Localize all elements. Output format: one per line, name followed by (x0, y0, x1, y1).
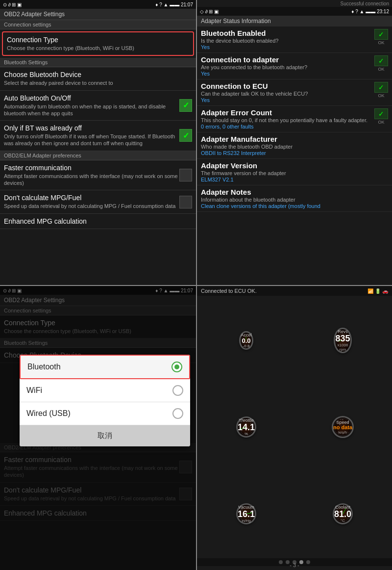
speed-unit: km/h (333, 430, 352, 435)
gauges-grid: Accel 0.0 -0.8 (197, 296, 392, 558)
option-usb-radio[interactable] (172, 408, 183, 419)
option-wifi[interactable]: WiFi (20, 379, 190, 402)
conn-ecu-value: Yes (201, 97, 374, 103)
manufacturer-title: Adapter Manufacturer (201, 135, 388, 143)
vacuum-unit: in/Hg (238, 518, 255, 523)
only-bt-title: Only if BT was already off (4, 124, 179, 132)
dot-2 (286, 560, 290, 564)
no-mpg-checkbox[interactable] (179, 196, 192, 208)
adapter-header: Adapter Status Information (197, 16, 392, 26)
gauge-coolant: 40 60 80 100 120 -40 Coolant 81.0 °C (333, 503, 353, 524)
accel-sub: -0.8 (241, 344, 251, 348)
gauge-vacuum-inner: Vacuum 16.1 in/Hg (238, 505, 255, 523)
version-row: Adapter Version The firmware version of … (197, 159, 392, 185)
notes-row: Adapter Notes Information about the blue… (197, 185, 392, 212)
bottom-left-panel: ⊙ ∂ ⊞ ▣ ♦ ? ▲ ▬▬ 21:07 OBD2 Adapter Sett… (0, 285, 196, 570)
conn-adapter-desc: Are you connected to the bluetooth adapt… (201, 64, 374, 70)
option-usb-label: Wired (USB) (26, 409, 71, 418)
connection-type-title: Connection Type (7, 36, 189, 44)
notes-title: Adapter Notes (201, 188, 388, 196)
option-bluetooth-radio[interactable] (172, 362, 182, 372)
dot-1 (279, 560, 283, 564)
dialog-cancel-button[interactable]: 取消 (20, 425, 190, 446)
throttle-unit: % (238, 432, 255, 436)
conn-adapter-check: OK (374, 55, 388, 72)
only-bt-row[interactable]: Only if BT was already off Only turns on… (0, 121, 196, 151)
dash-status-bar: Connected to ECU OK. 📶 🔋 🚗 (197, 286, 392, 296)
faster-comm-title: Faster communication (4, 164, 179, 172)
vacuum-value: 16.1 (238, 510, 255, 518)
speed-value: no data (333, 425, 352, 430)
tl-section2: Bluetooth Settings (0, 58, 196, 67)
bt-enabled-row: Bluetooth Enabled Is the device bluetoot… (197, 26, 392, 53)
gauge-accel: Accel 0.0 -0.8 (239, 331, 253, 350)
only-bt-checkbox[interactable] (179, 129, 192, 142)
connection-type-desc: Choose the connection type (Bluetooth, W… (7, 45, 189, 52)
option-bluetooth[interactable]: Bluetooth (20, 355, 190, 379)
no-mpg-row[interactable]: Don't calculate MPG/Fuel Speed up data r… (0, 190, 196, 213)
bt-enabled-value: Yes (201, 44, 374, 50)
no-mpg-desc: Speed up data retrieval by not calculati… (4, 203, 179, 209)
auto-bt-checkbox[interactable] (179, 99, 192, 112)
version-value: ELM327 V2.1 (201, 177, 388, 182)
dot-4 (299, 560, 303, 564)
error-count-check: OK (374, 108, 388, 125)
speed-label: Speed (333, 420, 352, 425)
option-bluetooth-label: Bluetooth (27, 363, 61, 371)
bt-enabled-check: OK (374, 29, 388, 45)
gauge-throttle-inner: Throttle 14.1 % (238, 418, 255, 436)
status-left-icons: ⊙ ∂ ⊞ ▣ (3, 2, 22, 7)
top-left-panel: ⊙ ∂ ⊞ ▣ ♦ ? ▲ ▬▬ ♦ ? ▲ ▬▬ 21:0721:07 OBD… (0, 0, 196, 285)
option-wifi-radio[interactable] (172, 385, 183, 396)
faster-comm-checkbox[interactable] (179, 169, 192, 181)
status-left-tr: ◇ ∂ ⊞ ▣ (200, 9, 219, 14)
auto-bt-desc: Automatically turn bluetooth on when the… (4, 103, 179, 117)
enhanced-mpg-title: Enhanced MPG calculation (4, 217, 192, 225)
notes-desc: Information about the bluetooth adapter (201, 197, 388, 203)
enhanced-mpg-row[interactable]: Enhanced MPG calculation (0, 214, 196, 229)
tl-section3: OBD2/ELM Adapter preferences (0, 151, 196, 160)
gauge-accel-inner: Accel 0.0 -0.8 (241, 333, 251, 348)
no-mpg-title: Don't calculate MPG/Fuel (4, 194, 179, 202)
choose-bt-desc: Select the already paired device to conn… (4, 79, 192, 86)
coolant-unit: °C (334, 518, 351, 523)
manufacturer-value: OBDII to RS232 Interpreter (201, 150, 388, 156)
conn-adapter-title: Connection to adapter (201, 55, 374, 64)
version-title: Adapter Version (201, 161, 388, 170)
gauge-revs-inner: Revs 835 x1000rpm (335, 329, 350, 352)
notes-value: Clean clone versions of this adapter (mo… (201, 203, 388, 209)
option-usb[interactable]: Wired (USB) (20, 402, 190, 425)
auto-bt-row[interactable]: Auto Bluetooth On/Off Automatically turn… (0, 91, 196, 121)
manufacturer-row: Adapter Manufacturer Who made the blueto… (197, 132, 392, 159)
error-count-title: Adapter Error Count (201, 108, 374, 117)
choose-bt-row[interactable]: Choose Bluetooth Device Select the alrea… (0, 67, 196, 90)
connection-type-row[interactable]: Connection Type Choose the connection ty… (2, 31, 194, 56)
bt-enabled-title: Bluetooth Enabled (201, 29, 374, 37)
dot-5 (306, 560, 310, 564)
dashboard-panel: Connected to ECU OK. 📶 🔋 🚗 (196, 285, 392, 570)
gauge-speed-inner: Speed no data km/h (333, 420, 352, 435)
throttle-value: 14.1 (238, 423, 255, 432)
dash-right-icons: 📶 🔋 🚗 (368, 288, 388, 294)
gauge-speed: 20 60 80 100 120 140 160 Speed no data k… (332, 416, 354, 438)
gauge-coolant-inner: Coolant 81.0 °C (334, 505, 351, 523)
status-bar-tr: ◇ ∂ ⊞ ▣ ♦ ? ▲ ▬▬ 23:12 (197, 7, 392, 16)
connection-type-dialog[interactable]: Bluetooth WiFi Wired (USB) 取消 (20, 355, 190, 446)
faster-comm-row[interactable]: Faster communication Attempt faster comm… (0, 160, 196, 191)
accel-label: Accel (241, 333, 251, 337)
revs-unit: x1000rpm (335, 343, 350, 352)
only-bt-desc: Only turns on/off Bluetooth if it was of… (4, 133, 179, 147)
error-count-row: Adapter Error Count This should stay on … (197, 106, 392, 132)
revs-value: 835 (335, 334, 350, 343)
tl-section1: Connection settings (0, 20, 196, 29)
conn-adapter-row: Connection to adapter Are you connected … (197, 53, 392, 79)
success-caption: Successful connection (340, 1, 389, 6)
coolant-value: 81.0 (334, 510, 351, 518)
gauge-throttle: 30 40 50 60 70 80 90 100 Throttle 14.1 % (236, 416, 256, 438)
status-right-tl: ♦ ? ▲ ▬▬ ♦ ? ▲ ▬▬ 21:0721:07 (155, 2, 193, 7)
revs-label: Revs (335, 329, 350, 334)
conn-ecu-row: Connection to ECU Can the adapter talk O… (197, 79, 392, 106)
page-number: - 3 - (290, 562, 299, 568)
error-count-desc: This should stay on 0, if not then you p… (201, 117, 374, 123)
bt-enabled-desc: Is the device bluetooth enabled? (201, 38, 374, 44)
